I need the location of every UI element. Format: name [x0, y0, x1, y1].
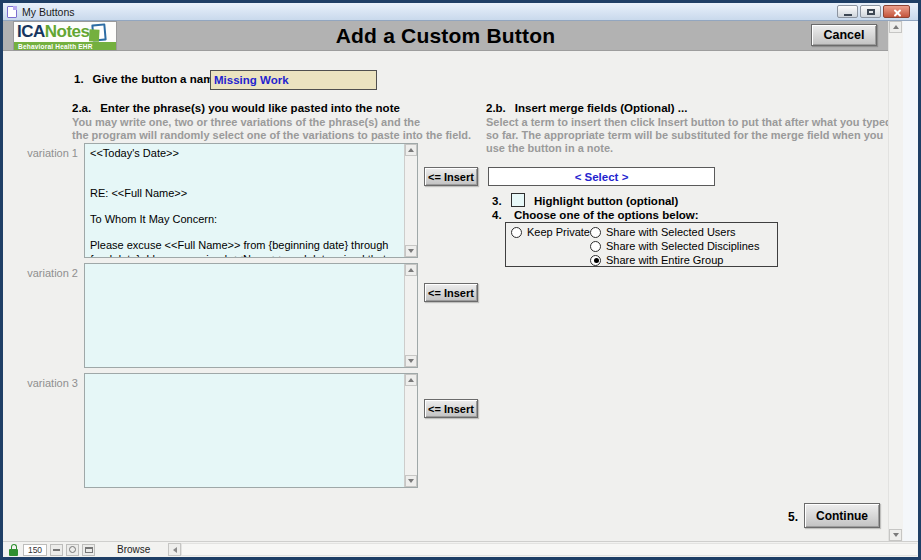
radio-keep-private[interactable]: Keep Private — [511, 226, 590, 238]
variation1-textarea[interactable]: <<Today's Date>> RE: <<Full Name>> To Wh… — [84, 143, 418, 258]
variation3-scrollbar[interactable] — [404, 374, 417, 487]
step2b-title: 2.b.Insert merge fields (Optional) ... — [486, 102, 687, 114]
app-window: My Buttons ICANotes Behavioral Health EH… — [0, 0, 921, 560]
variation1-scrollbar[interactable] — [404, 144, 417, 257]
merge-field-select[interactable]: < Select > — [488, 167, 715, 186]
variation3-label: variation 3 — [14, 377, 78, 389]
scroll-up-icon[interactable] — [405, 144, 417, 156]
mode-selector[interactable]: Browse — [107, 543, 160, 556]
toolbar-toggle-button[interactable] — [82, 544, 95, 556]
titlebar: My Buttons — [3, 3, 918, 21]
window-icon — [7, 6, 17, 18]
step2a-help-line1: You may write one, two or three variatio… — [72, 116, 420, 128]
lock-icon[interactable] — [8, 544, 19, 556]
button-name-input[interactable] — [210, 70, 377, 90]
scroll-up-icon[interactable] — [405, 374, 417, 386]
close-button[interactable] — [883, 5, 910, 18]
maximize-button[interactable] — [860, 5, 881, 18]
circle-icon — [69, 546, 76, 553]
step1-label: 1.Give the button a name: — [74, 73, 224, 85]
radio-share-selected-users[interactable]: Share with Selected Users — [590, 226, 736, 238]
radio-icon — [590, 227, 601, 238]
cancel-button[interactable]: Cancel — [811, 24, 877, 46]
variation2-label: variation 2 — [14, 267, 78, 279]
variation2-scrollbar[interactable] — [404, 264, 417, 367]
scroll-down-icon[interactable] — [405, 355, 417, 367]
step4-label: Choose one of the options below: — [514, 209, 699, 221]
window-controls — [837, 5, 910, 18]
page-title: Add a Custom Button — [3, 24, 888, 48]
scroll-left-icon[interactable] — [168, 543, 181, 556]
radio-icon — [590, 255, 601, 266]
insert-button-2[interactable]: <= Insert — [424, 283, 478, 302]
step3-number: 3. — [492, 195, 502, 207]
insert-button-1[interactable]: <= Insert — [424, 167, 478, 186]
variation2-textarea[interactable] — [84, 263, 418, 368]
radio-icon — [511, 227, 522, 238]
step4-number: 4. — [492, 209, 502, 221]
window-title: My Buttons — [22, 6, 75, 18]
continue-button[interactable]: Continue — [804, 503, 880, 528]
radio-share-selected-disciplines[interactable]: Share with Selected Disciplines — [590, 240, 759, 252]
minimize-button[interactable] — [837, 5, 858, 18]
header-band: ICANotes Behavioral Health EHR Add a Cus… — [3, 21, 888, 51]
maximize-icon — [867, 9, 875, 15]
minimize-icon — [844, 14, 852, 16]
scroll-up-icon[interactable] — [405, 264, 417, 276]
vertical-scrollbar[interactable] — [888, 21, 903, 541]
radio-icon — [590, 241, 601, 252]
step2b-help: Select a term to insert then click Inser… — [486, 116, 896, 155]
horizontal-scrollbar-track[interactable] — [181, 543, 917, 556]
right-frame-strip — [903, 21, 918, 541]
variation1-label: variation 1 — [14, 147, 78, 159]
insert-button-3[interactable]: <= Insert — [424, 399, 478, 418]
radio-share-entire-group[interactable]: Share with Entire Group — [590, 254, 723, 266]
variation3-textarea[interactable] — [84, 373, 418, 488]
scroll-down-icon[interactable] — [405, 245, 417, 257]
scroll-up-icon[interactable] — [889, 21, 902, 33]
highlight-checkbox[interactable] — [511, 193, 525, 207]
variation2-text — [85, 264, 403, 367]
minus-icon — [53, 549, 60, 551]
scroll-down-icon[interactable] — [889, 529, 902, 541]
step5-number: 5. — [788, 510, 798, 524]
window-layout-icon — [85, 547, 93, 553]
zoom-reset-button[interactable] — [66, 544, 79, 556]
status-bar: 150 Browse — [3, 541, 918, 557]
variation3-text — [85, 374, 403, 487]
variation1-text: <<Today's Date>> RE: <<Full Name>> To Wh… — [85, 144, 403, 257]
step3-label: Highlight button (optional) — [534, 195, 678, 207]
zoom-out-button[interactable] — [50, 544, 63, 556]
scroll-down-icon[interactable] — [405, 475, 417, 487]
step2a-title: 2.a.Enter the phrase(s) you would like p… — [72, 102, 400, 114]
step2a-help-line2: the program will randomly select one of … — [72, 129, 471, 141]
zoom-level-indicator[interactable]: 150 — [23, 544, 47, 556]
share-options-group: Keep Private Share with Selected Users S… — [505, 222, 778, 267]
